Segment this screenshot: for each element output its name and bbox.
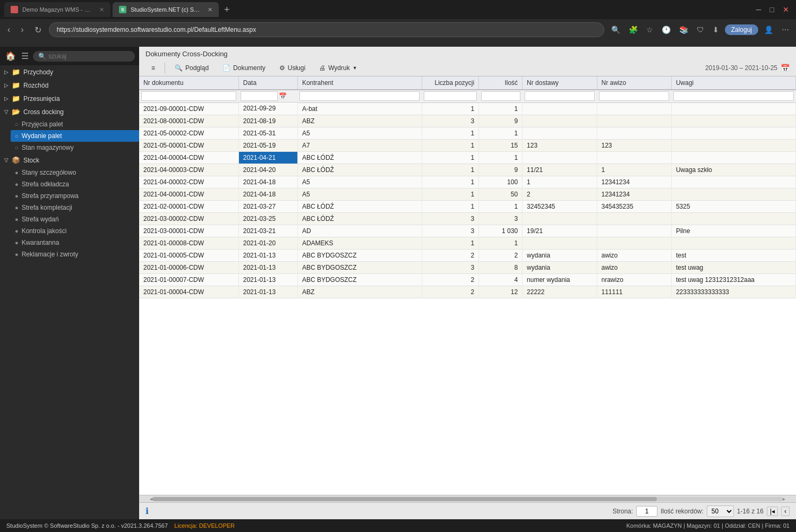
table-row[interactable]: 2021-04-00001-CDW2021-04-18A515021234123… xyxy=(139,188,796,200)
filter-awizo-input[interactable] xyxy=(599,91,669,101)
favorites-icon[interactable]: ☆ xyxy=(644,24,656,35)
table-row[interactable]: 2021-02-00001-CDW2021-03-27ABC ŁÓDŹ11324… xyxy=(139,200,796,212)
sidebar-item-strefa-odkladcza[interactable]: ● Strefa odkładcza xyxy=(11,178,139,190)
sidebar-item-przychody[interactable]: ▷ 📁 Przychody xyxy=(0,65,139,79)
status-license: Licencja: DEVELOPER xyxy=(174,522,235,529)
filter-nr-dokumentu-input[interactable] xyxy=(141,91,236,101)
tab-2[interactable]: S StudioSystem.NET (c) SoftwareSt... ✕ xyxy=(113,2,219,17)
sidebar-item-stock[interactable]: ▽ 📦 Stock xyxy=(0,153,139,167)
collections-icon[interactable]: 📚 xyxy=(677,24,691,35)
table-row[interactable]: 2021-04-00004-CDW2021-04-21ABC ŁÓDŹ11 xyxy=(139,151,796,164)
settings-icon[interactable]: ⋯ xyxy=(779,24,792,35)
przesuniecia-label: Przesunięcia xyxy=(23,95,60,102)
cell-liczba_pozycji: 2 xyxy=(422,286,478,298)
sidebar-item-wydanie-palet[interactable]: ○ Wydanie palet xyxy=(11,130,139,142)
page-input[interactable] xyxy=(636,506,657,517)
menu-icon: ≡ xyxy=(151,64,155,72)
tab2-close-icon[interactable]: ✕ xyxy=(208,6,212,13)
filter-kontrahent-input[interactable] xyxy=(299,91,420,101)
records-per-page-select[interactable]: 50 25 100 xyxy=(707,505,734,517)
sidebar-item-strefa-przyrampowa[interactable]: ● Strefa przyrampowa xyxy=(11,190,139,202)
cell-nr_dostawy: wydania xyxy=(523,261,597,273)
cell-kontrahent: A5 xyxy=(297,127,422,139)
filter-dostawy-input[interactable] xyxy=(525,91,595,101)
table-row[interactable]: 2021-01-00008-CDW2021-01-20ADAMEKS11 xyxy=(139,237,796,249)
prev-page-button[interactable]: ‹ xyxy=(781,507,790,516)
table-row[interactable]: 2021-08-00001-CDW2021-08-19ABZ39 xyxy=(139,115,796,127)
sidebar-home-icon[interactable]: 🏠 xyxy=(4,50,17,62)
address-input[interactable] xyxy=(49,22,604,37)
cell-ilosc: 1 xyxy=(479,200,523,212)
menu-button[interactable]: ≡ xyxy=(145,62,161,74)
extensions-icon[interactable]: 🧩 xyxy=(626,24,640,35)
cell-nr_dostawy: 2 xyxy=(523,188,597,200)
dokumenty-button[interactable]: 📄 Dokumenty xyxy=(217,62,271,74)
filter-ilosc-input[interactable] xyxy=(481,91,520,101)
horizontal-scrollbar[interactable]: ◂ ▸ xyxy=(139,495,796,502)
cell-kontrahent: ABZ xyxy=(297,115,422,127)
sidebar-menu-icon[interactable]: ☰ xyxy=(20,50,30,62)
sidebar-item-cross-docking[interactable]: ▽ 📂 Cross docking xyxy=(0,105,139,118)
uslugi-label: Usługi xyxy=(288,64,305,72)
table-row[interactable]: 2021-04-00002-CDW2021-04-18A511001123412… xyxy=(139,176,796,188)
tab1-close-icon[interactable]: ✕ xyxy=(99,6,104,13)
close-button[interactable]: ✕ xyxy=(780,4,792,15)
history-icon[interactable]: 🕐 xyxy=(659,24,673,35)
cell-nr_dokumentu: 2021-09-00001-CDW xyxy=(139,102,238,115)
maximize-button[interactable]: □ xyxy=(767,4,777,15)
cell-nr_dostawy xyxy=(523,151,597,164)
sidebar-item-przesuniecia[interactable]: ▷ 📁 Przesunięcia xyxy=(0,92,139,105)
podglad-button[interactable]: 🔍 Podgląd xyxy=(169,62,215,74)
downloads-icon[interactable]: ⬇ xyxy=(710,24,722,35)
table-row[interactable]: 2021-04-00003-CDW2021-04-20ABC ŁÓDŹ1911/… xyxy=(139,164,796,176)
table-row[interactable]: 2021-05-00002-CDW2021-05-31A511 xyxy=(139,127,796,139)
tab-1[interactable]: Demo Magazyn WMS - Demo o... ✕ xyxy=(4,2,110,17)
minimize-button[interactable]: ─ xyxy=(754,4,764,15)
cell-data: 2021-03-25 xyxy=(238,212,297,225)
stock-arrow-icon: ▽ xyxy=(4,157,8,163)
sidebar-item-strefa-wydan[interactable]: ● Strefa wydań xyxy=(11,213,139,225)
sidebar-item-stany-szczegolowo[interactable]: ● Stany szczegółowo xyxy=(11,167,139,178)
new-tab-button[interactable]: + xyxy=(221,4,233,15)
first-page-button[interactable]: |◂ xyxy=(767,507,778,516)
forward-button[interactable]: › xyxy=(18,24,27,36)
cell-liczba_pozycji: 2 xyxy=(422,249,478,261)
login-button[interactable]: Zaloguj xyxy=(725,24,758,35)
cell-nr_dokumentu: 2021-03-00001-CDW xyxy=(139,225,238,237)
sidebar-item-strefa-kompletacji[interactable]: ● Strefa kompletacji xyxy=(11,202,139,213)
sidebar-item-kontrola-jakosci[interactable]: ● Kontrola jakości xyxy=(11,225,139,237)
filter-uwagi-input[interactable] xyxy=(673,91,793,101)
profile-icon[interactable]: 👤 xyxy=(761,24,776,35)
back-button[interactable]: ‹ xyxy=(4,24,13,36)
przyjecia-label: Przyjęcia palet xyxy=(22,121,63,128)
table-row[interactable]: 2021-01-00004-CDW2021-01-13ABZ2122222211… xyxy=(139,286,796,298)
table-header-row: Nr dokumentu Data Kontrahent Liczba pozy… xyxy=(139,76,796,90)
col-liczba-pozycji: Liczba pozycji xyxy=(422,76,478,90)
table-row[interactable]: 2021-01-00005-CDW2021-01-13ABC BYDGOSZCZ… xyxy=(139,249,796,261)
shield-icon[interactable]: 🛡 xyxy=(694,24,707,35)
sidebar-item-rozchod[interactable]: ▷ 📁 Rozchód xyxy=(0,79,139,92)
sidebar-item-kwarantanna[interactable]: ● Kwarantanna xyxy=(11,237,139,248)
cell-nr_dostawy: 19/21 xyxy=(523,225,597,237)
wydruk-button[interactable]: 🖨 Wydruk ▼ xyxy=(313,62,363,74)
table-row[interactable]: 2021-09-00001-CDW2021-09-29A-bat11 xyxy=(139,102,796,115)
scroll-thumb[interactable] xyxy=(152,497,657,501)
filter-liczba-input[interactable] xyxy=(424,91,476,101)
browser-actions: 🔍 🧩 ☆ 🕐 📚 🛡 ⬇ Zaloguj 👤 ⋯ xyxy=(609,24,792,35)
table-row[interactable]: 2021-03-00002-CDW2021-03-25ABC ŁÓDŹ33 xyxy=(139,212,796,225)
search-input[interactable] xyxy=(48,53,130,60)
calendar-filter-icon[interactable]: 📅 xyxy=(279,92,287,100)
table-row[interactable]: 2021-03-00001-CDW2021-03-21AD31 03019/21… xyxy=(139,225,796,237)
sidebar-item-stan-magazynowy[interactable]: ○ Stan magazynowy xyxy=(11,142,139,153)
sidebar-item-reklamacje[interactable]: ● Reklamacje i zwroty xyxy=(11,248,139,260)
uslugi-button[interactable]: ⚙ Usługi xyxy=(273,62,311,74)
scroll-right-icon[interactable]: ▸ xyxy=(783,496,785,502)
table-row[interactable]: 2021-01-00007-CDW2021-01-13ABC BYDGOSZCZ… xyxy=(139,273,796,286)
calendar-icon[interactable]: 📅 xyxy=(781,64,790,72)
refresh-button[interactable]: ↻ xyxy=(31,24,45,36)
filter-data-input[interactable] xyxy=(241,91,278,101)
sidebar-item-przyjecia-palet[interactable]: ○ Przyjęcia palet xyxy=(11,118,139,130)
search-extensions-icon[interactable]: 🔍 xyxy=(609,24,623,35)
table-row[interactable]: 2021-01-00006-CDW2021-01-13ABC BYDGOSZCZ… xyxy=(139,261,796,273)
table-row[interactable]: 2021-05-00001-CDW2021-05-19A7115123123 xyxy=(139,139,796,151)
